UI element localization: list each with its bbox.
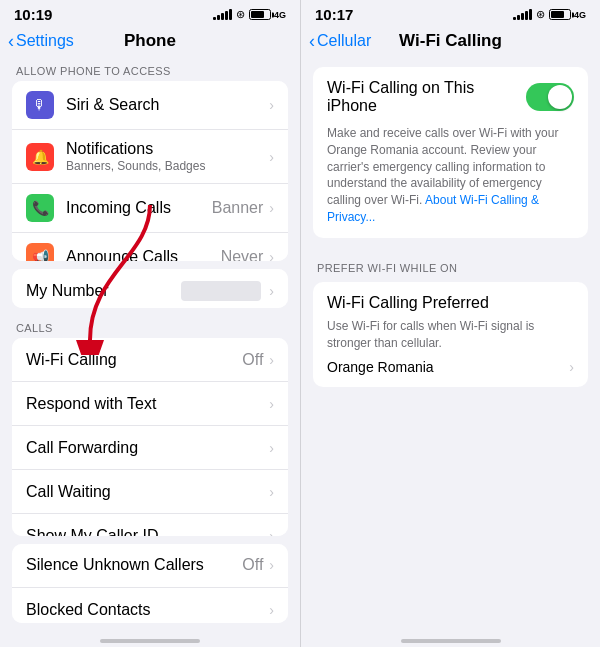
announce-calls-row[interactable]: 📢 Announce Calls Never › bbox=[12, 233, 288, 261]
my-number-chevron-icon: › bbox=[269, 283, 274, 299]
siri-search-label: Siri & Search bbox=[66, 96, 267, 114]
incoming-calls-value: Banner bbox=[212, 199, 264, 217]
preferred-network-header: PREFER WI-FI WHILE ON bbox=[301, 246, 600, 278]
left-status-icons: ⊛ 4G bbox=[213, 8, 286, 21]
right-back-label: Cellular bbox=[317, 32, 371, 50]
right-back-button[interactable]: ‹ Cellular bbox=[309, 31, 371, 52]
silence-unknown-chevron-icon: › bbox=[269, 557, 274, 573]
blocked-contacts-label: Blocked Contacts bbox=[26, 601, 267, 619]
page-title: Phone bbox=[124, 31, 176, 51]
blocked-contacts-row[interactable]: Blocked Contacts › bbox=[12, 588, 288, 623]
calls-section-group: Wi-Fi Calling Off › Respond with Text › … bbox=[12, 338, 288, 536]
right-status-time: 10:17 bbox=[315, 6, 353, 23]
back-button[interactable]: ‹ Settings bbox=[8, 31, 74, 52]
wifi-calling-value: Off bbox=[242, 351, 263, 369]
wifi-calling-row[interactable]: Wi-Fi Calling Off › bbox=[12, 338, 288, 382]
right-home-indicator bbox=[301, 631, 600, 647]
back-label: Settings bbox=[16, 32, 74, 50]
incoming-calls-chevron-icon: › bbox=[269, 200, 274, 216]
wifi-icon: ⊛ bbox=[236, 8, 245, 21]
call-forwarding-row[interactable]: Call Forwarding › bbox=[12, 426, 288, 470]
left-panel: 10:19 ⊛ 4G ‹ Settings Phone A bbox=[0, 0, 300, 647]
announce-calls-chevron-icon: › bbox=[269, 249, 274, 261]
announce-calls-label: Announce Calls bbox=[66, 248, 221, 261]
left-home-indicator bbox=[0, 631, 300, 647]
wifi-calling-chevron-icon: › bbox=[269, 352, 274, 368]
wifi-calling-description: Make and receive calls over Wi-Fi with y… bbox=[327, 125, 574, 226]
battery-icon bbox=[249, 9, 271, 20]
respond-text-row[interactable]: Respond with Text › bbox=[12, 382, 288, 426]
right-signal-icon bbox=[513, 9, 532, 20]
notifications-label: Notifications bbox=[66, 140, 267, 158]
right-page-title: Wi-Fi Calling bbox=[399, 31, 502, 51]
right-battery-icon bbox=[549, 9, 571, 20]
battery-label: 4G bbox=[274, 10, 286, 20]
my-number-group: My Number › bbox=[12, 269, 288, 309]
wifi-carrier-label: Orange Romania bbox=[327, 359, 434, 375]
wifi-calling-card-title: Wi-Fi Calling on This iPhone bbox=[327, 79, 526, 115]
wifi-calling-card: Wi-Fi Calling on This iPhone Make and re… bbox=[313, 67, 588, 238]
announce-calls-value: Never bbox=[221, 248, 264, 261]
notifications-subtitle: Banners, Sounds, Badges bbox=[66, 159, 267, 173]
right-status-bar: 10:17 ⊛ 4G bbox=[301, 0, 600, 27]
toggle-knob bbox=[548, 85, 572, 109]
right-panel: 10:17 ⊛ 4G ‹ Cellular Wi-Fi Calling bbox=[300, 0, 600, 647]
call-waiting-row[interactable]: Call Waiting › bbox=[12, 470, 288, 514]
call-forwarding-chevron-icon: › bbox=[269, 440, 274, 456]
silence-unknown-label: Silence Unknown Callers bbox=[26, 556, 242, 574]
wifi-preferred-value-row[interactable]: Orange Romania › bbox=[327, 359, 574, 375]
my-number-row[interactable]: My Number › bbox=[12, 269, 288, 309]
notifications-chevron-icon: › bbox=[269, 149, 274, 165]
wifi-preferred-title: Wi-Fi Calling Preferred bbox=[327, 294, 574, 312]
respond-text-label: Respond with Text bbox=[26, 395, 267, 413]
blocked-contacts-chevron-icon: › bbox=[269, 602, 274, 618]
left-status-bar: 10:19 ⊛ 4G bbox=[0, 0, 300, 27]
wifi-preferred-card: Wi-Fi Calling Preferred Use Wi-Fi for ca… bbox=[313, 282, 588, 388]
siri-icon: 🎙 bbox=[26, 91, 54, 119]
left-nav-bar: ‹ Settings Phone bbox=[0, 27, 300, 59]
my-number-label: My Number bbox=[26, 282, 181, 300]
call-forwarding-label: Call Forwarding bbox=[26, 439, 267, 457]
right-status-icons: ⊛ 4G bbox=[513, 8, 586, 21]
allow-section-header: ALLOW PHONE TO ACCESS bbox=[0, 59, 300, 81]
notifications-icon: 🔔 bbox=[26, 143, 54, 171]
right-wifi-icon: ⊛ bbox=[536, 8, 545, 21]
siri-search-row[interactable]: 🎙 Siri & Search › bbox=[12, 81, 288, 130]
wifi-calling-toggle[interactable] bbox=[526, 83, 574, 111]
signal-icon bbox=[213, 9, 232, 20]
show-caller-id-row[interactable]: Show My Caller ID › bbox=[12, 514, 288, 536]
wifi-preferred-chevron-icon: › bbox=[569, 359, 574, 375]
siri-chevron-icon: › bbox=[269, 97, 274, 113]
incoming-calls-row[interactable]: 📞 Incoming Calls Banner › bbox=[12, 184, 288, 233]
respond-text-chevron-icon: › bbox=[269, 396, 274, 412]
show-caller-id-label: Show My Caller ID bbox=[26, 527, 267, 536]
back-chevron-icon: ‹ bbox=[8, 31, 14, 52]
right-nav-bar: ‹ Cellular Wi-Fi Calling bbox=[301, 27, 600, 59]
my-number-value bbox=[181, 281, 261, 301]
right-battery-label: 4G bbox=[574, 10, 586, 20]
wifi-preferred-desc: Use Wi-Fi for calls when Wi-Fi signal is… bbox=[327, 318, 574, 352]
calls-section-header: CALLS bbox=[0, 316, 300, 338]
silence-unknown-value: Off bbox=[242, 556, 263, 574]
incoming-calls-label: Incoming Calls bbox=[66, 199, 212, 217]
call-waiting-label: Call Waiting bbox=[26, 483, 267, 501]
right-back-chevron-icon: ‹ bbox=[309, 31, 315, 52]
left-status-time: 10:19 bbox=[14, 6, 52, 23]
notifications-row[interactable]: 🔔 Notifications Banners, Sounds, Badges … bbox=[12, 130, 288, 184]
wifi-calling-label: Wi-Fi Calling bbox=[26, 351, 242, 369]
bottom-section-group: Silence Unknown Callers Off › Blocked Co… bbox=[12, 544, 288, 623]
call-waiting-chevron-icon: › bbox=[269, 484, 274, 500]
show-caller-id-chevron-icon: › bbox=[269, 528, 274, 536]
silence-unknown-row[interactable]: Silence Unknown Callers Off › bbox=[12, 544, 288, 588]
allow-section-group: 🎙 Siri & Search › 🔔 Notifications Banner… bbox=[12, 81, 288, 261]
announce-calls-icon: 📢 bbox=[26, 243, 54, 261]
incoming-calls-icon: 📞 bbox=[26, 194, 54, 222]
